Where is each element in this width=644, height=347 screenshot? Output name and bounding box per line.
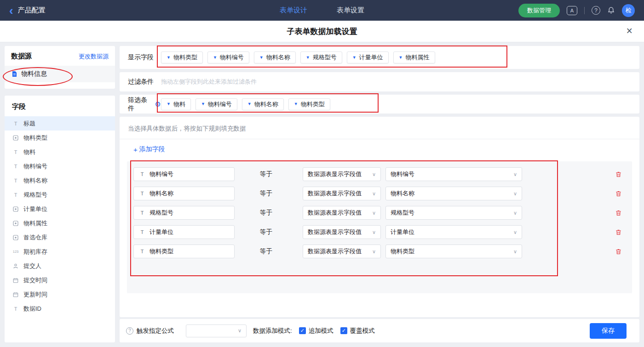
chevron-down-icon <box>372 249 376 254</box>
help-icon[interactable] <box>126 327 133 335</box>
display-field-tag[interactable]: 计量单位 <box>347 51 389 63</box>
rule-source-select[interactable]: 数据源表显示字段值 <box>303 206 381 220</box>
change-datasource-link[interactable]: 更改数据源 <box>79 52 109 61</box>
display-field-tag[interactable]: 物料属性 <box>393 51 435 63</box>
rule-source-value: 数据源表显示字段值 <box>308 209 362 217</box>
rule-target-value: 物料名称 <box>391 189 414 198</box>
rule-row: 规格型号 等于 数据源表显示字段值 规格型号 <box>133 206 632 220</box>
footer-bar: 触发指定公式 数据添加模式: 追加模式 覆盖模式 保存 <box>120 319 639 342</box>
caret-down-icon <box>213 56 217 60</box>
rule-target-select[interactable]: 物料编号 <box>385 167 522 181</box>
datasource-panel: 数据源 更改数据源 物料信息 <box>5 46 115 89</box>
overwrite-mode-label: 覆盖模式 <box>350 327 375 335</box>
filter-dropzone[interactable]: 拖动左侧字段到此处来添加过滤条件 <box>161 78 257 86</box>
text-icon <box>138 249 146 254</box>
screening-tag[interactable]: 物料类型 <box>288 98 330 110</box>
calendar-icon <box>12 278 19 283</box>
append-mode-checkbox[interactable]: 追加模式 <box>299 327 334 335</box>
rule-field-input[interactable]: 物料编号 <box>133 167 235 181</box>
select-icon <box>12 235 19 240</box>
rule-operator: 等于 <box>260 247 287 256</box>
tag-label: 物料编号 <box>220 53 244 62</box>
save-button[interactable]: 保存 <box>590 323 627 339</box>
caret-down-icon <box>247 102 252 106</box>
field-label: 物料名称 <box>23 176 47 185</box>
rule-target-select[interactable]: 物料名称 <box>385 187 522 200</box>
sidebar-field[interactable]: 数据ID <box>5 301 115 316</box>
number-icon <box>12 250 19 254</box>
rule-target-value: 物料类型 <box>391 247 414 256</box>
formula-select[interactable] <box>186 324 247 337</box>
overwrite-mode-checkbox[interactable]: 覆盖模式 <box>340 327 375 335</box>
chevron-down-icon <box>513 210 517 216</box>
screening-tag[interactable]: 物料编号 <box>196 98 237 110</box>
datasource-item[interactable]: 物料信息 <box>5 66 115 82</box>
divider <box>584 7 585 14</box>
text-icon <box>12 178 19 183</box>
rule-field-name: 规格型号 <box>150 209 173 217</box>
data-manage-button[interactable]: 数据管理 <box>518 4 560 17</box>
sidebar-field[interactable]: 物料名称 <box>5 173 115 188</box>
help-icon[interactable] <box>592 6 600 15</box>
translate-icon[interactable] <box>567 6 577 15</box>
sidebar-field[interactable]: 物料属性 <box>5 216 115 230</box>
back-chevron-icon[interactable] <box>9 2 13 19</box>
rule-source-value: 数据源表显示字段值 <box>308 170 362 178</box>
sidebar-field[interactable]: 提交时间 <box>5 273 115 287</box>
tab-form-settings[interactable]: 表单设置 <box>337 6 364 15</box>
rule-field-input[interactable]: 计量单位 <box>133 225 235 239</box>
rule-source-select[interactable]: 数据源表显示字段值 <box>303 225 381 239</box>
sidebar-field[interactable]: 物料类型 <box>5 131 115 145</box>
chevron-down-icon <box>372 210 376 216</box>
filter-row: 过滤条件 拖动左侧字段到此处来添加过滤条件 <box>120 72 639 91</box>
screening-tag[interactable]: 物料名称 <box>242 98 284 110</box>
display-field-tag[interactable]: 物料类型 <box>161 51 203 63</box>
close-icon[interactable] <box>627 26 632 36</box>
delete-row-button[interactable] <box>615 171 622 178</box>
avatar[interactable]: 检 <box>622 4 635 17</box>
sidebar-field[interactable]: 首选仓库 <box>5 230 115 245</box>
display-field-tag[interactable]: 规格型号 <box>300 51 342 63</box>
tab-form-design[interactable]: 表单设计 <box>280 6 307 15</box>
gear-icon[interactable] <box>155 101 161 108</box>
sidebar-field[interactable]: 标题 <box>5 116 115 131</box>
app-title: 产品配置 <box>18 6 46 15</box>
plus-icon <box>133 146 138 153</box>
rule-row: 物料类型 等于 数据源表显示字段值 物料类型 <box>133 245 632 258</box>
text-icon <box>12 192 19 198</box>
sidebar-field[interactable]: 更新时间 <box>5 287 115 301</box>
caret-down-icon <box>399 56 403 60</box>
rule-source-select[interactable]: 数据源表显示字段值 <box>303 187 381 200</box>
sidebar-field[interactable]: 规格型号 <box>5 188 115 202</box>
sidebar-field[interactable]: 物料编号 <box>5 159 115 173</box>
sidebar-field[interactable]: 计量单位 <box>5 202 115 216</box>
document-icon <box>11 71 17 77</box>
rule-target-select[interactable]: 规格型号 <box>385 206 522 220</box>
field-label: 期初库存 <box>23 248 47 256</box>
rule-field-input[interactable]: 规格型号 <box>133 206 235 220</box>
text-icon <box>12 121 19 126</box>
fields-header: 字段 <box>5 96 115 116</box>
caret-down-icon <box>201 102 205 106</box>
add-field-button[interactable]: 添加字段 <box>133 145 165 154</box>
bell-icon[interactable] <box>607 6 615 14</box>
rule-field-name: 计量单位 <box>150 228 173 236</box>
display-field-tag[interactable]: 物料名称 <box>254 51 296 63</box>
rule-field-input[interactable]: 物料名称 <box>133 187 235 200</box>
display-field-tag[interactable]: 物料编号 <box>207 51 249 63</box>
rule-target-select[interactable]: 物料类型 <box>385 245 522 258</box>
delete-row-button[interactable] <box>615 248 622 255</box>
rule-source-select[interactable]: 数据源表显示字段值 <box>303 245 381 258</box>
screening-label: 筛选条件 <box>128 96 153 113</box>
select-icon <box>12 221 19 226</box>
delete-row-button[interactable] <box>615 210 622 216</box>
rule-source-select[interactable]: 数据源表显示字段值 <box>303 167 381 181</box>
screening-tag[interactable]: 物料 <box>161 98 191 110</box>
sidebar-field[interactable]: 期初库存 <box>5 245 115 259</box>
rule-field-input[interactable]: 物料类型 <box>133 245 235 258</box>
delete-row-button[interactable] <box>615 229 622 236</box>
rule-target-select[interactable]: 计量单位 <box>385 225 522 239</box>
sidebar-field[interactable]: 物料 <box>5 145 115 159</box>
sidebar-field[interactable]: 提交人 <box>5 259 115 273</box>
delete-row-button[interactable] <box>615 190 622 197</box>
